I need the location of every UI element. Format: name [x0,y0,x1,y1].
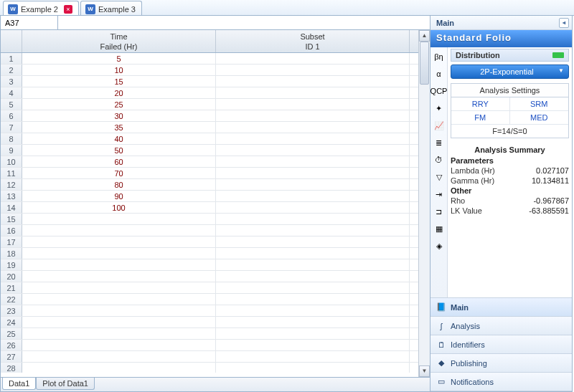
tool-button[interactable]: ◈ [433,239,446,252]
table-row[interactable]: 20 [1,271,418,282]
row-header[interactable]: 1 [1,53,22,64]
cell-time[interactable]: 70 [22,168,216,178]
distribution-dropdown[interactable]: 2P-Exponential [451,64,569,79]
cell-subset[interactable] [216,110,410,121]
table-row[interactable]: 27 [1,351,418,363]
cell-subset[interactable] [216,99,410,110]
cell-time[interactable]: 15 [22,76,216,87]
cell-time[interactable]: 100 [22,202,216,213]
table-row[interactable]: 525 [1,99,418,110]
row-header[interactable]: 18 [1,248,22,259]
cell-subset[interactable] [216,282,410,293]
cell-subset[interactable] [216,76,410,87]
table-row[interactable]: 315 [1,76,418,87]
table-row[interactable]: 15 [1,53,418,64]
cell-subset[interactable] [216,305,410,316]
row-header[interactable]: 26 [1,340,22,350]
cell-time[interactable]: 30 [22,110,216,121]
cell-subset[interactable] [216,259,410,270]
cell-time[interactable] [22,259,216,270]
close-icon[interactable]: × [64,5,72,14]
tool-button[interactable]: ▽ [433,171,446,183]
row-header[interactable]: 27 [1,351,22,362]
cell-time[interactable]: 5 [22,53,216,64]
table-row[interactable]: 19 [1,259,418,271]
table-row[interactable]: 1390 [1,191,418,202]
cell-time[interactable]: 90 [22,191,216,201]
row-header[interactable]: 11 [1,168,22,178]
scroll-down-arrow[interactable]: ▼ [419,365,430,377]
cell-time[interactable] [22,363,216,373]
data-rows[interactable]: 1521031542052563073584095010601170128013… [1,53,418,373]
scroll-up-arrow[interactable]: ▲ [419,30,430,42]
cell-reference-box[interactable]: A37 [1,16,58,29]
setting-option[interactable]: SRM [510,97,569,111]
row-header[interactable]: 9 [1,145,22,156]
tool-button[interactable]: 📈 [433,119,446,132]
nav-item-main[interactable]: 📘Main [430,298,572,317]
cell-subset[interactable] [216,248,410,259]
cell-subset[interactable] [216,225,410,236]
row-header[interactable]: 16 [1,225,22,236]
row-header[interactable]: 4 [1,87,22,98]
cell-subset[interactable] [216,236,410,247]
cell-time[interactable]: 35 [22,122,216,133]
tool-button[interactable]: ✦ [433,102,446,115]
table-row[interactable]: 1170 [1,168,418,179]
cell-subset[interactable] [216,145,410,156]
cell-subset[interactable] [216,214,410,224]
column-header-subset[interactable]: Subset ID 1 [216,30,410,52]
cell-time[interactable] [22,214,216,224]
tool-button[interactable]: ≣ [433,136,446,149]
nav-item-analysis[interactable]: ∫Analysis [430,317,572,335]
cell-time[interactable] [22,248,216,259]
tool-button[interactable]: ⇥ [433,188,446,201]
cell-time[interactable] [22,282,216,293]
table-row[interactable]: 735 [1,122,418,133]
setting-option[interactable]: RRY [451,97,510,111]
row-header[interactable]: 25 [1,328,22,339]
row-header[interactable]: 2 [1,64,22,75]
cell-subset[interactable] [216,317,410,328]
row-header[interactable]: 13 [1,191,22,201]
cell-subset[interactable] [216,133,410,144]
workbook-tab[interactable]: WExample 2× [3,1,79,15]
cell-subset[interactable] [216,340,410,350]
cell-time[interactable] [22,340,216,350]
cell-time[interactable]: 10 [22,64,216,75]
table-row[interactable]: 420 [1,87,418,99]
cell-time[interactable] [22,271,216,282]
cell-time[interactable] [22,328,216,339]
table-row[interactable]: 15 [1,214,418,225]
row-header[interactable]: 19 [1,259,22,270]
cell-subset[interactable] [216,179,410,190]
cell-subset[interactable] [216,351,410,362]
table-row[interactable]: 1280 [1,179,418,191]
table-row[interactable]: 210 [1,64,418,76]
cell-subset[interactable] [216,271,410,282]
table-row[interactable]: 840 [1,133,418,145]
cell-time[interactable] [22,351,216,362]
row-header[interactable]: 5 [1,99,22,110]
nav-item-publishing[interactable]: ◆Publishing [430,354,572,373]
cell-time[interactable] [22,294,216,305]
table-row[interactable]: 630 [1,110,418,122]
row-header[interactable]: 10 [1,156,22,167]
table-row[interactable]: 21 [1,282,418,294]
cell-subset[interactable] [216,64,410,75]
cell-subset[interactable] [216,122,410,133]
nav-item-identifiers[interactable]: 🗒Identifiers [430,335,572,354]
row-header[interactable]: 21 [1,282,22,293]
table-row[interactable]: 16 [1,225,418,236]
select-all-corner[interactable] [1,30,22,52]
table-row[interactable]: 25 [1,328,418,340]
row-header[interactable]: 22 [1,294,22,305]
setting-option[interactable]: FM [451,111,510,125]
nav-item-notifications[interactable]: ▭Notifications [430,373,572,391]
cell-time[interactable] [22,317,216,328]
cell-subset[interactable] [216,53,410,64]
cell-subset[interactable] [216,328,410,339]
row-header[interactable]: 3 [1,76,22,87]
cell-time[interactable]: 50 [22,145,216,156]
table-row[interactable]: 28 [1,363,418,373]
